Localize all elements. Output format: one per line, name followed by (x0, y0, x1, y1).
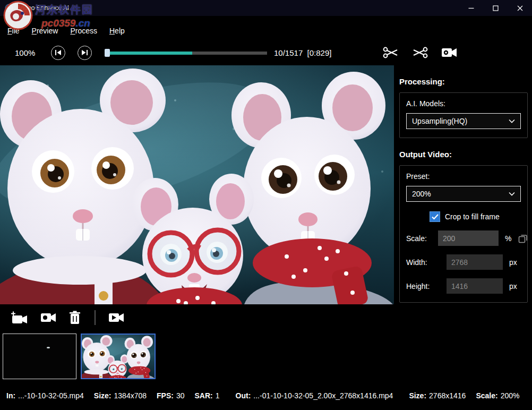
add-clip-button[interactable] (11, 311, 28, 324)
capture-clip-button[interactable] (40, 312, 56, 323)
chevron-down-icon (509, 192, 515, 196)
height-unit: px (509, 282, 517, 291)
close-button[interactable] (508, 0, 532, 16)
add-clip-icon (11, 311, 28, 324)
watermark-site-name: 河东软件园 (35, 4, 93, 15)
status-out-file: Out:...-01-10-10-32-05_2.00x_2768x1416.m… (236, 391, 393, 400)
maximize-button[interactable] (483, 0, 508, 16)
clip-toolbar (0, 304, 532, 331)
app-window: Video Enhance AI 河东软件园 (0, 0, 532, 410)
clip-thumbnail-2-selected[interactable] (81, 334, 156, 379)
site-logo-icon (3, 1, 33, 30)
zoom-level[interactable]: 100% (15, 48, 38, 57)
ai-models-label: A.I. Models: (406, 99, 521, 108)
minimize-button[interactable] (459, 0, 483, 16)
scale-unit: % (505, 234, 511, 243)
ai-model-value: Upsampling(HQ) (412, 117, 467, 125)
chevron-down-icon (509, 119, 515, 123)
seek-slider[interactable] (105, 49, 267, 57)
output-video-heading: Output Video: (399, 150, 528, 159)
processing-heading: Processing: (399, 77, 528, 86)
trim-start-button[interactable] (383, 46, 399, 59)
clip-strip (0, 331, 532, 381)
capture-clip-icon (40, 312, 56, 323)
delete-clip-icon (69, 311, 81, 324)
status-in-size: Size:1384x708 (94, 391, 147, 400)
copy-scale-icon (518, 234, 528, 243)
trim-end-button[interactable] (412, 46, 428, 59)
watermark-site-url: pc0359.cn (41, 18, 93, 29)
scissors-icon (383, 46, 399, 59)
status-fps: FPS:30 (157, 391, 184, 400)
height-input[interactable] (447, 278, 503, 294)
width-unit: px (509, 258, 517, 267)
scale-input[interactable] (438, 230, 499, 246)
playback-toolbar: 100% 10/1517 [0:829] (0, 40, 532, 65)
next-frame-button[interactable] (78, 46, 92, 60)
width-label: Width: (406, 258, 438, 267)
preview-camera-icon (441, 46, 457, 59)
next-frame-icon (81, 49, 88, 56)
status-scale: Scale:200% (476, 391, 519, 400)
window-controls (459, 0, 532, 16)
settings-panel: Processing: A.I. Models: Upsampling(HQ) … (394, 65, 532, 304)
clip-thumbnail-1[interactable] (3, 334, 76, 379)
preset-label: Preset: (406, 172, 521, 181)
preset-value: 200% (412, 190, 431, 198)
toolbar-separator (95, 310, 96, 325)
scale-label: Scale: (406, 234, 438, 243)
status-out-size: Size:2768x1416 (409, 391, 466, 400)
thumbnail-highlight (47, 347, 50, 348)
preset-dropdown[interactable]: 200% (406, 186, 521, 202)
height-label: Height: (406, 282, 438, 291)
delete-clip-button[interactable] (69, 311, 81, 324)
video-preview[interactable] (0, 65, 394, 304)
slider-filled (105, 52, 192, 55)
status-sar: SAR:1 (195, 391, 220, 400)
video-frame (0, 65, 394, 304)
check-icon (432, 214, 439, 220)
crop-checkbox-label[interactable]: Crop to fill frame (445, 212, 500, 221)
width-input[interactable] (447, 254, 503, 270)
seek-handle[interactable] (105, 49, 110, 57)
preview-button[interactable] (441, 46, 457, 59)
lock-aspect-button[interactable] (518, 234, 528, 243)
ai-models-group: A.I. Models: Upsampling(HQ) (399, 92, 528, 138)
statusbar: In:...-10-10-32-05.mp4 Size:1384x708 FPS… (0, 381, 532, 410)
split-icon (412, 46, 428, 59)
output-group: Preset: 200% Crop to fill frame Scale: % (399, 165, 528, 303)
menu-help[interactable]: Help (109, 27, 125, 35)
status-in-file: In:...-10-10-32-05.mp4 (6, 391, 84, 400)
ai-model-dropdown[interactable]: Upsampling(HQ) (406, 113, 521, 129)
prev-frame-button[interactable] (51, 46, 65, 60)
site-watermark: 河东软件园 pc0359.cn (3, 1, 93, 30)
play-clip-button[interactable] (108, 312, 124, 323)
crop-checkbox[interactable] (430, 211, 440, 222)
play-clip-icon (108, 312, 124, 323)
frame-counter: 10/1517 [0:829] (274, 48, 331, 57)
prev-frame-icon (55, 49, 62, 56)
